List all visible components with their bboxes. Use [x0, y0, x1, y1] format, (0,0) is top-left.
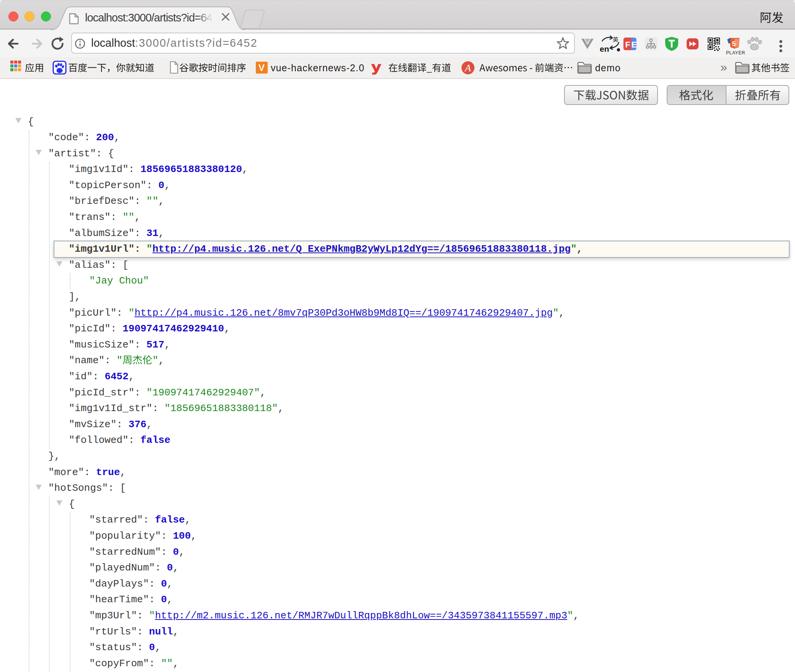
svg-text:V: V	[258, 62, 265, 73]
svg-text:A: A	[464, 62, 471, 74]
svg-text:»: »	[720, 60, 727, 74]
svg-text:y: y	[371, 60, 381, 76]
